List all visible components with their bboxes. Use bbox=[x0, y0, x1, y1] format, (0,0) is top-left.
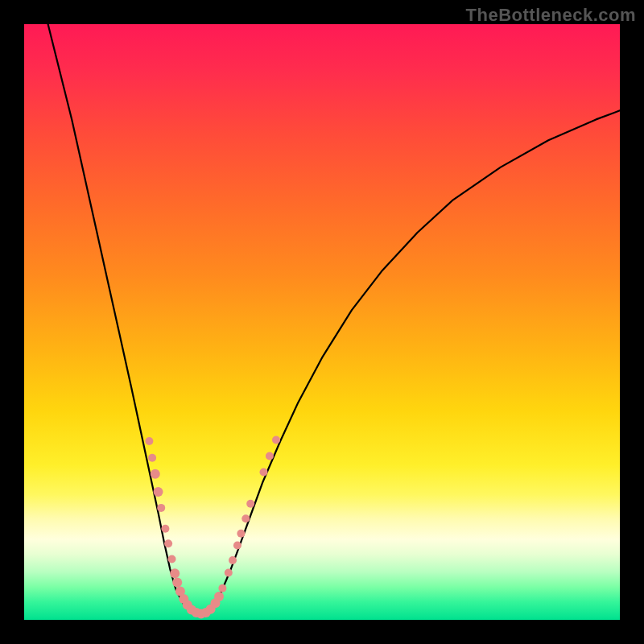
data-point bbox=[218, 584, 226, 592]
data-point bbox=[161, 525, 169, 533]
data-point bbox=[237, 530, 245, 538]
data-point bbox=[229, 556, 237, 564]
data-point bbox=[154, 487, 163, 497]
data-point bbox=[233, 542, 242, 550]
watermark-text: TheBottleneck.com bbox=[466, 5, 636, 26]
data-point bbox=[170, 568, 180, 578]
data-point bbox=[164, 539, 172, 547]
data-point bbox=[242, 514, 250, 522]
data-point bbox=[225, 569, 233, 577]
data-point bbox=[266, 452, 274, 460]
plot-area bbox=[24, 24, 620, 620]
data-point bbox=[148, 454, 156, 462]
data-point bbox=[214, 592, 224, 601]
chart-svg bbox=[24, 24, 620, 620]
data-point bbox=[157, 504, 165, 512]
data-point bbox=[260, 469, 268, 477]
data-point bbox=[168, 555, 176, 564]
data-point bbox=[246, 500, 254, 508]
chart-frame: TheBottleneck.com bbox=[0, 0, 644, 644]
bottleneck-curve bbox=[48, 24, 620, 614]
data-point bbox=[151, 469, 160, 479]
data-point bbox=[172, 577, 182, 587]
data-point bbox=[272, 436, 280, 444]
data-point bbox=[145, 437, 153, 445]
scatter-points bbox=[145, 436, 280, 619]
